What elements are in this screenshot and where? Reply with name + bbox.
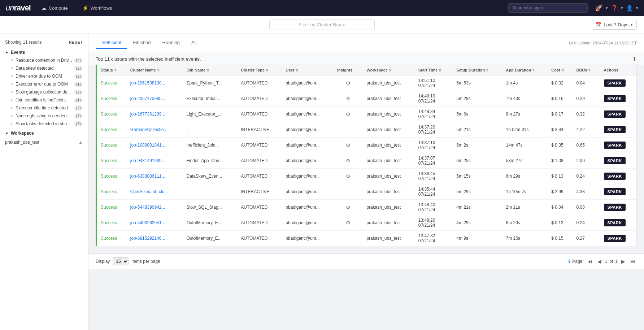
- cost-cell: $ 0.02: [548, 75, 573, 91]
- cluster-name-link[interactable]: job-4403262951...: [130, 220, 165, 225]
- cluster-name-link[interactable]: GarbageCollectio...: [130, 127, 167, 132]
- cluster-name-link[interactable]: job-1089801841...: [130, 143, 165, 148]
- sidebar: Showing 11 results RESET ▼ Events ✓ Reso…: [0, 34, 88, 330]
- cluster-name-link[interactable]: OverSizedJob-clu...: [130, 189, 168, 194]
- column-header-job-name[interactable]: Job Name⇅: [183, 65, 238, 75]
- tab-all[interactable]: All: [186, 37, 202, 49]
- prev-page-button[interactable]: ◀: [596, 258, 603, 265]
- cluster-name-cell: job-5448390942...: [127, 200, 183, 215]
- last-page-button[interactable]: ⏭: [629, 258, 637, 265]
- workspace-section-header[interactable]: ▼ Workspace: [0, 128, 88, 137]
- column-header-actions[interactable]: Actions: [600, 65, 637, 75]
- insight-icon[interactable]: ⚙: [346, 142, 351, 148]
- check-icon: ✓: [10, 74, 13, 79]
- column-header-start-time[interactable]: Start Time⇅: [415, 65, 453, 75]
- actions-cell: SPARK: [600, 200, 637, 215]
- check-icon: ✓: [10, 90, 13, 95]
- workflows-nav-item[interactable]: ⚡ Workflows: [79, 4, 116, 12]
- insights-cell: ⚙: [334, 200, 363, 215]
- spark-button[interactable]: SPARK: [604, 142, 626, 149]
- export-icon[interactable]: ⬆: [632, 56, 637, 62]
- cluster-name-link[interactable]: job-6815292146...: [130, 236, 165, 241]
- spark-button[interactable]: SPARK: [604, 157, 626, 164]
- cluster-name-link[interactable]: job-2357475995...: [130, 96, 165, 101]
- chevron-down-icon3[interactable]: ▾: [636, 6, 638, 10]
- table-row: Success job-5448390942... Slow_SQL_Stag.…: [97, 200, 637, 215]
- compute-nav-item[interactable]: ☁ Compute: [38, 4, 71, 12]
- column-header-insights[interactable]: Insights: [334, 65, 363, 75]
- spark-button[interactable]: SPARK: [604, 188, 626, 195]
- cluster-name-link[interactable]: job-1677361239...: [130, 112, 165, 117]
- event-item[interactable]: ✓ Slow garbage collection de... (2): [0, 88, 88, 96]
- column-header-cost[interactable]: Cost⇅: [548, 65, 573, 75]
- next-page-button[interactable]: ▶: [620, 258, 627, 265]
- help-icon[interactable]: ❓: [611, 5, 618, 12]
- insights-cell: ⚙: [334, 107, 363, 122]
- search-input[interactable]: [508, 3, 588, 13]
- reset-button[interactable]: RESET: [69, 40, 83, 44]
- insights-cell: [334, 122, 363, 138]
- sort-icon: ⇅: [439, 69, 441, 72]
- tab-running[interactable]: Running: [157, 37, 186, 49]
- spark-button[interactable]: SPARK: [604, 110, 626, 118]
- column-header-status[interactable]: Status⇅: [97, 65, 127, 75]
- user-icon[interactable]: 👤: [626, 5, 633, 12]
- spark-button[interactable]: SPARK: [604, 173, 626, 180]
- event-item[interactable]: ✓ Slow tasks detected in shu... (3): [0, 120, 88, 128]
- workspace-cell: prakash_ubs_test: [363, 91, 414, 107]
- insight-icon[interactable]: ⚙: [346, 158, 351, 164]
- insight-icon[interactable]: ⚙: [346, 173, 351, 179]
- date-range-filter[interactable]: 📅 Last 7 Days ▾: [592, 20, 637, 30]
- total-pages-text: 1: [615, 259, 618, 264]
- top-navigation: unravel ☁ Compute ⚡ Workflows 🚀 ▾ ❓ ▾ 👤 …: [0, 0, 644, 16]
- event-item[interactable]: ✓ Executor idle time detected (2): [0, 104, 88, 112]
- spark-button[interactable]: SPARK: [604, 235, 626, 242]
- event-item[interactable]: ✓ Join condition is inefficient (1): [0, 96, 88, 104]
- app-duration-cell: 1h 52m 31s: [502, 122, 548, 138]
- insight-icon[interactable]: ⚙: [346, 80, 351, 86]
- first-page-button[interactable]: ⏮: [586, 258, 594, 265]
- tab-inefficient[interactable]: Inefficient: [96, 37, 127, 49]
- event-item[interactable]: ✓ Data skew detected (2): [0, 64, 88, 72]
- column-header-user[interactable]: User⇅: [282, 65, 334, 75]
- chevron-down-icon2[interactable]: ▾: [621, 6, 623, 10]
- rocket-icon[interactable]: 🚀: [595, 4, 603, 12]
- events-section-header[interactable]: ▼ Events: [0, 47, 88, 56]
- status-badge: Success: [101, 143, 117, 148]
- column-header-dbus[interactable]: DBUs⇅: [573, 65, 600, 75]
- event-item[interactable]: ✓ Node rightsizing is needed (7): [0, 112, 88, 120]
- cluster-name-link[interactable]: job-1961538130...: [130, 81, 165, 86]
- cluster-filter-input[interactable]: Filter by Cluster Name: [269, 19, 374, 30]
- event-item[interactable]: ✓ Resource contention in Driv... (4): [0, 56, 88, 64]
- user-cell: pbadiganti@unr...: [282, 184, 334, 200]
- event-item[interactable]: ✓ Executor error due to OOM (1): [0, 80, 88, 88]
- tab-finished[interactable]: Finished: [127, 37, 156, 49]
- info-icon[interactable]: ℹ: [568, 259, 570, 264]
- sub-header-text: Top 11 clusters with the selected ineffi…: [96, 56, 201, 62]
- spark-button[interactable]: SPARK: [604, 204, 626, 211]
- column-header-cluster-type[interactable]: Cluster Type⇅: [237, 65, 282, 75]
- cluster-name-link[interactable]: job-5448390942...: [130, 205, 165, 210]
- column-header-cluster-name[interactable]: Cluster Name⇅: [127, 65, 183, 75]
- spark-button[interactable]: SPARK: [604, 79, 626, 87]
- spark-button[interactable]: SPARK: [604, 95, 626, 102]
- insight-icon[interactable]: ⚙: [346, 204, 351, 210]
- items-per-page-select[interactable]: 15 25 50: [113, 257, 129, 265]
- app-duration-cell: 6m 20s: [502, 215, 548, 231]
- column-header-workspace[interactable]: Workspace⇅: [363, 65, 414, 75]
- user-cell: pbadiganti@unr...: [282, 215, 334, 231]
- column-header-app-duration[interactable]: App Duration⇅: [502, 65, 548, 75]
- cluster-name-link[interactable]: job-6383036111...: [130, 174, 165, 179]
- event-item[interactable]: ✓ Driver error due to OOM (2): [0, 72, 88, 80]
- sort-icon[interactable]: ▲: [78, 139, 83, 145]
- column-header-setup-duration[interactable]: Setup Duration⇅: [453, 65, 502, 75]
- cluster-name-link[interactable]: job-9431491939...: [130, 158, 165, 163]
- insight-icon[interactable]: ⚙: [346, 96, 351, 101]
- insight-icon[interactable]: ⚙: [346, 111, 351, 117]
- chevron-down-icon[interactable]: ▾: [606, 6, 608, 10]
- actions-cell: SPARK: [600, 231, 637, 246]
- insight-icon[interactable]: ⚙: [346, 220, 351, 226]
- start-time-cell: 14:49:19 07/21/24: [415, 91, 453, 107]
- spark-button[interactable]: SPARK: [604, 219, 626, 226]
- spark-button[interactable]: SPARK: [604, 126, 626, 133]
